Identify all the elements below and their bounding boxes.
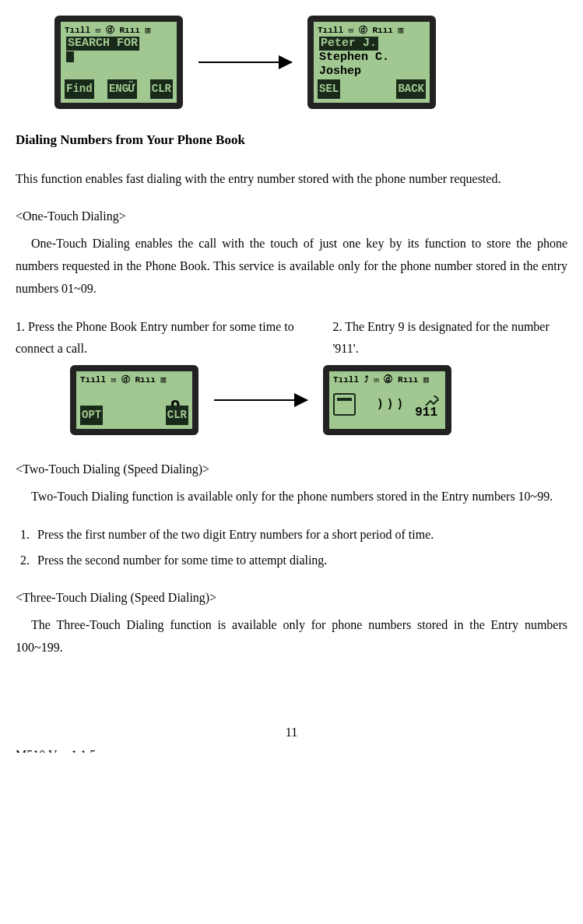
softkey-sel[interactable]: SEL	[318, 79, 340, 99]
status-bar: Tııll ⤴ ✉ ⓓ Rııı ▥	[333, 375, 441, 386]
softkey-row: OPT CLR	[80, 406, 188, 425]
two-touch-steps-list: Press the first number of the two digit …	[16, 524, 567, 572]
paragraph-two-touch: Two-Touch Dialing function is available …	[16, 486, 567, 508]
softkey-find[interactable]: Find	[65, 79, 94, 99]
softkey-opt[interactable]: OPT	[80, 406, 103, 425]
phone-icon	[333, 393, 356, 416]
lcd-screen-search: Tııll ✉ ⓓ Rııı ▥ SEARCH FOR Find ENGỮ CL…	[54, 16, 183, 109]
page-footer: 11 M510 Ver. 1.1.5	[16, 722, 567, 737]
paragraph-intro: This function enables fast dialing with …	[16, 168, 567, 191]
softkey-lang[interactable]: ENGỮ	[107, 79, 137, 99]
page-number: 11	[16, 722, 567, 744]
subheading-three-touch: <Three-Touch Dialing (Speed Dialing)>	[16, 587, 567, 610]
signal-waves-icon: ) ) )	[377, 395, 402, 414]
screen-title: SEARCH FOR	[65, 37, 173, 51]
section-heading-dialing: Dialing Numbers from Your Phone Book	[16, 128, 567, 153]
contact-peter[interactable]: Peter J.	[319, 37, 378, 51]
search-cursor-line	[65, 51, 173, 65]
search-for-label: SEARCH FOR	[66, 37, 139, 51]
contact-row-3[interactable]: Joshep	[318, 65, 426, 79]
softkey-clr[interactable]: CLR	[166, 406, 188, 425]
status-bar: Tııll ✉ ⓓ Rııı ▥	[80, 375, 188, 386]
arrow-right-icon	[214, 399, 307, 401]
arrow-right-icon	[198, 61, 292, 63]
top-screens-row: Tııll ✉ ⓓ Rııı ▥ SEARCH FOR Find ENGỮ CL…	[54, 16, 567, 109]
step-1-text: 1. Press the Phone Book Entry number for…	[16, 316, 301, 361]
softkey-row: SEL BACK	[318, 79, 426, 99]
lcd-screen-calling: Tııll ⤴ ✉ ⓓ Rııı ▥ ) ) ) 911	[323, 365, 451, 435]
contact-row-1: Peter J.	[318, 37, 426, 51]
lcd-screen-contacts: Tııll ✉ ⓓ Rııı ▥ Peter J. Stephen C. Jos…	[307, 16, 436, 109]
subheading-one-touch: <One-Touch Dialing>	[16, 206, 567, 228]
cursor-icon	[66, 51, 74, 62]
softkey-row: Find ENGỮ CLR	[65, 79, 173, 99]
mid-screens-row: Tııll ✉ ⓓ Rııı ▥ 9 OPT CLR Tııll ⤴ ✉ ⓓ R…	[70, 365, 567, 435]
softkey-back[interactable]: BACK	[396, 79, 426, 99]
status-bar: Tııll ✉ ⓓ Rııı ▥	[65, 26, 173, 37]
two-touch-step-1: Press the first number of the two digit …	[33, 524, 567, 546]
dialed-number: 911	[415, 402, 437, 424]
contact-row-2[interactable]: Stephen C.	[318, 51, 426, 65]
two-touch-step-2: Press the second number for some time to…	[33, 550, 567, 572]
subheading-two-touch: <Two-Touch Dialing (Speed Dialing)>	[16, 458, 567, 481]
paragraph-three-touch: The Three-Touch Dialing function is avai…	[16, 614, 567, 659]
softkey-clr[interactable]: CLR	[150, 79, 173, 99]
steps-row: 1. Press the Phone Book Entry number for…	[16, 316, 567, 361]
paragraph-one-touch: One-Touch Dialing enables the call with …	[16, 233, 567, 300]
version-label: M510 Ver. 1.1.5	[16, 744, 567, 753]
step-2-text: 2. The Entry 9 is designated for the num…	[301, 316, 567, 361]
lcd-screen-digit: Tııll ✉ ⓓ Rııı ▥ 9 OPT CLR	[70, 365, 198, 435]
status-bar: Tııll ✉ ⓓ Rııı ▥	[318, 26, 426, 37]
